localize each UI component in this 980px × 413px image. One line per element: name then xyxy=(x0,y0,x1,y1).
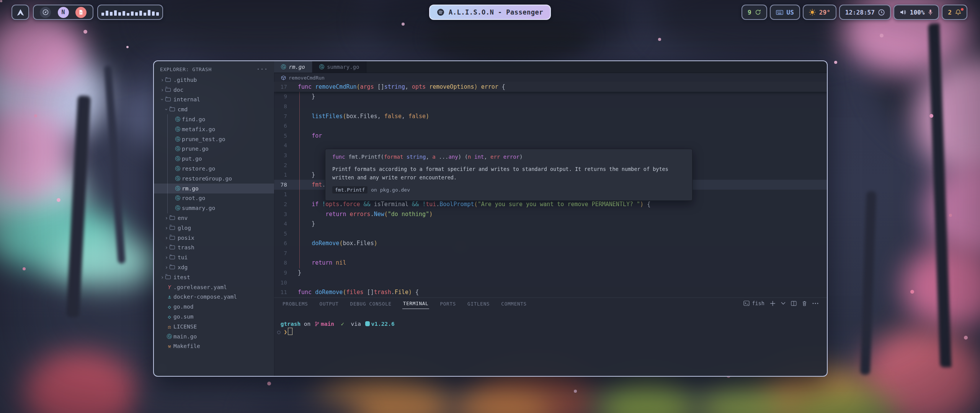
tree-item-.github[interactable]: ›.github xyxy=(154,75,274,85)
module-clock[interactable]: 12:28:57 xyxy=(839,5,891,20)
new-terminal-icon[interactable] xyxy=(770,301,776,306)
docker-file-icon: ⚓ xyxy=(165,294,173,300)
code-line[interactable]: 10 xyxy=(274,278,827,288)
code-line[interactable]: 6 doRemove(box.Files) xyxy=(274,239,827,249)
code-line[interactable]: 11func doRemove(files []trash.File) { xyxy=(274,287,827,297)
go-gopher-icon xyxy=(365,321,370,326)
makefile-file-icon: ⚒ xyxy=(165,343,173,349)
tree-item-Makefile[interactable]: ⚒Makefile xyxy=(154,341,274,351)
terminal-output[interactable]: gtrash on main ✓ via v1.22.6○ ❯ xyxy=(277,320,395,336)
launcher-button[interactable] xyxy=(11,5,29,20)
tree-item-restore.go[interactable]: Ⓖrestore.go xyxy=(154,164,274,174)
tree-item-trash[interactable]: ›trash xyxy=(154,243,274,253)
tree-item-.goreleaser.yaml[interactable]: Y.goreleaser.yaml xyxy=(154,282,274,292)
panel-tab-output[interactable]: OUTPUT xyxy=(319,299,340,309)
sticky-scroll-line: 17func removeCmdRun(args []string, opts … xyxy=(274,82,827,92)
code-text: doRemove(box.Files) xyxy=(287,240,377,247)
symbol-cube-icon xyxy=(281,75,286,80)
app-notes[interactable]: N xyxy=(58,7,69,18)
tree-item-find.go[interactable]: Ⓖfind.go xyxy=(154,114,274,124)
tooltip-link[interactable]: on pkg.go.dev xyxy=(371,187,410,193)
compass-icon xyxy=(42,9,49,15)
code-line[interactable]: 9 } xyxy=(274,92,827,102)
panel-tab-debug-console[interactable]: DEBUG CONSOLE xyxy=(350,299,392,309)
code-line[interactable]: 9} xyxy=(274,268,827,278)
go-file-icon: Ⓖ xyxy=(281,63,286,70)
tree-item-internal[interactable]: ›internal xyxy=(154,95,274,105)
panel-tab-terminal[interactable]: TERMINAL xyxy=(402,298,430,309)
tree-item-summary.go[interactable]: Ⓖsummary.go xyxy=(154,203,274,213)
terminal-dropdown-icon[interactable] xyxy=(781,302,786,305)
tree-item-root.go[interactable]: Ⓖroot.go xyxy=(154,193,274,203)
tree-item-xdg[interactable]: ›xdg xyxy=(154,262,274,272)
tree-item-label: xdg xyxy=(178,264,188,270)
tree-item-glog[interactable]: ›glog xyxy=(154,223,274,233)
tree-item-label: internal xyxy=(173,96,200,102)
tree-item-prune_test.go[interactable]: Ⓖprune_test.go xyxy=(154,134,274,144)
line-number: 3 xyxy=(274,211,287,217)
tree-item-env[interactable]: ›env xyxy=(154,213,274,223)
module-keyboard-layout[interactable]: US xyxy=(770,5,800,20)
explorer-more-actions[interactable]: ··· xyxy=(256,66,268,73)
tree-item-LICENSE[interactable]: ⚖LICENSE xyxy=(154,322,274,332)
tree-item-itest[interactable]: ›itest xyxy=(154,272,274,282)
app-documents[interactable] xyxy=(75,7,87,18)
terminal-cursor xyxy=(288,328,292,335)
terminal-line: gtrash on main ✓ via v1.22.6 xyxy=(277,320,395,328)
code-editor[interactable]: 9 }87 listFiles(box.Files, false, false)… xyxy=(274,82,827,298)
bell-icon xyxy=(955,9,961,15)
tree-item-go.mod[interactable]: ◇go.mod xyxy=(154,302,274,312)
breadcrumb[interactable]: removeCmdRun xyxy=(274,73,827,82)
panel-tab-comments[interactable]: COMMENTS xyxy=(500,299,528,309)
tree-item-label: .goreleaser.yaml xyxy=(173,284,227,290)
tree-item-go.sum[interactable]: ◇go.sum xyxy=(154,312,274,322)
code-line[interactable]: 6 xyxy=(274,121,827,131)
tree-item-label: go.sum xyxy=(173,314,193,320)
tree-item-rm.go[interactable]: Ⓖrm.go xyxy=(154,184,274,193)
tree-item-main.go[interactable]: Ⓖmain.go xyxy=(154,332,274,341)
line-number: 10 xyxy=(274,280,287,286)
tree-item-put.go[interactable]: Ⓖput.go xyxy=(154,154,274,164)
code-line[interactable]: 7 listFiles(box.Files, false, false) xyxy=(274,111,827,121)
tree-item-label: glog xyxy=(178,225,191,231)
chevron-icon: › xyxy=(159,77,165,83)
now-playing-pill[interactable]: A.L.I.S.O.N - Passenger xyxy=(429,5,551,20)
tree-item-tui[interactable]: ›tui xyxy=(154,252,274,262)
code-line[interactable]: 17func removeCmdRun(args []string, opts … xyxy=(274,82,827,92)
module-volume[interactable]: 100% xyxy=(893,5,939,20)
code-line[interactable]: 5 for xyxy=(274,131,827,141)
code-line[interactable]: 3 return errors.New("do nothing") xyxy=(274,209,827,219)
panel-more-icon[interactable] xyxy=(812,302,818,304)
tree-item-docker-compose.yaml[interactable]: ⚓docker-compose.yaml xyxy=(154,292,274,302)
code-line[interactable]: 5 xyxy=(274,229,827,239)
tree-item-label: prune_test.go xyxy=(182,136,225,142)
module-weather[interactable]: 29° xyxy=(803,5,836,20)
split-terminal-icon[interactable] xyxy=(791,301,797,306)
tab-rm.go[interactable]: Ⓖrm.go xyxy=(274,61,312,73)
app-browser[interactable] xyxy=(40,7,51,18)
code-line[interactable]: 8 return nil xyxy=(274,258,827,268)
kill-terminal-icon[interactable] xyxy=(802,301,807,306)
module-notifications[interactable]: 2 xyxy=(942,5,967,20)
module-updates[interactable]: 9 xyxy=(742,5,767,20)
terminal-box-icon[interactable] xyxy=(743,301,750,306)
folder-icon xyxy=(170,216,175,220)
tree-item-label: cmd xyxy=(178,106,188,112)
panel-tab-ports[interactable]: PORTS xyxy=(439,299,457,309)
notifications-value: 2 xyxy=(948,9,952,16)
panel-tab-problems[interactable]: PROBLEMS xyxy=(282,299,309,309)
tree-item-posix[interactable]: ›posix xyxy=(154,233,274,243)
code-line[interactable]: 8 xyxy=(274,101,827,111)
shell-name[interactable]: fish xyxy=(752,300,764,306)
tree-item-metafix.go[interactable]: Ⓖmetafix.go xyxy=(154,124,274,134)
tree-item-cmd[interactable]: ›cmd xyxy=(154,104,274,114)
tab-summary.go[interactable]: Ⓖsummary.go xyxy=(312,61,367,73)
panel-tab-gitlens[interactable]: GITLENS xyxy=(467,299,490,309)
tree-item-restoreGroup.go[interactable]: ⒼrestoreGroup.go xyxy=(154,174,274,184)
tree-item-doc[interactable]: ›doc xyxy=(154,85,274,95)
code-text: return nil xyxy=(287,259,346,266)
code-text: } xyxy=(287,220,315,227)
tree-item-prune.go[interactable]: Ⓖprune.go xyxy=(154,144,274,154)
code-line[interactable]: 4 } xyxy=(274,219,827,229)
code-line[interactable]: 7 xyxy=(274,248,827,258)
